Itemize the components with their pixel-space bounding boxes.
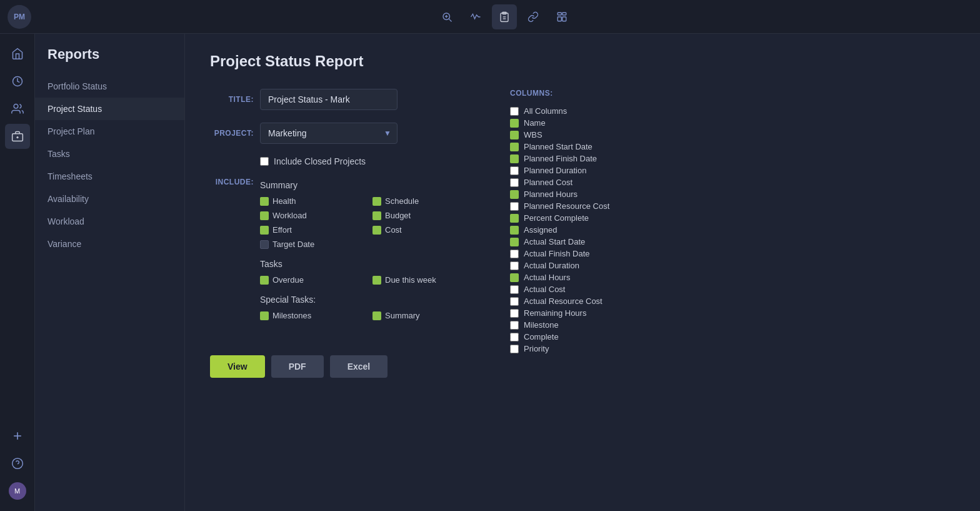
sidebar-title: Reports xyxy=(35,46,184,75)
col-actual-resource-cost: Actual Resource Cost xyxy=(510,295,945,307)
col-priority-checkbox[interactable] xyxy=(510,345,519,353)
health-checkbox[interactable] xyxy=(260,197,269,206)
activity-icon[interactable] xyxy=(463,4,488,29)
col-remaining-hours: Remaining Hours xyxy=(510,307,945,319)
excel-button[interactable]: Excel xyxy=(330,355,388,378)
columns-scroll-container[interactable]: All Columns Name WBS Plann xyxy=(510,105,955,355)
left-nav: M xyxy=(0,34,35,511)
col-wbs-checkbox[interactable] xyxy=(510,131,519,139)
briefcase-nav-icon[interactable] xyxy=(5,124,30,149)
summary-grid: Health Schedule Workload xyxy=(260,196,472,249)
col-name-checkbox[interactable] xyxy=(510,119,519,128)
search-zoom-icon[interactable] xyxy=(434,4,459,29)
home-nav-icon[interactable] xyxy=(5,41,30,66)
svg-rect-8 xyxy=(558,13,561,15)
col-planned-cost-checkbox[interactable] xyxy=(510,178,519,187)
col-planned-hours-checkbox[interactable] xyxy=(510,190,519,199)
view-button[interactable]: View xyxy=(210,355,265,378)
col-actual-hours: Actual Hours xyxy=(510,271,945,283)
col-complete-label: Complete xyxy=(524,332,559,342)
col-assigned-checkbox[interactable] xyxy=(510,226,519,235)
sidebar-item-variance[interactable]: Variance xyxy=(35,233,184,255)
app-logo[interactable]: PM xyxy=(8,5,31,29)
workload-item: Workload xyxy=(260,211,360,220)
col-wbs: WBS xyxy=(510,129,945,141)
tasks-group-title: Tasks xyxy=(260,259,472,269)
col-actual-duration-checkbox[interactable] xyxy=(510,261,519,270)
pdf-button[interactable]: PDF xyxy=(271,355,324,378)
summary-special-item: Summary xyxy=(372,311,472,320)
clock-nav-icon[interactable] xyxy=(5,69,30,94)
col-name: Name xyxy=(510,117,945,129)
sidebar-item-timesheets[interactable]: Timesheets xyxy=(35,165,184,188)
include-closed-label[interactable]: Include Closed Projects xyxy=(274,156,366,166)
layout-icon[interactable] xyxy=(549,4,574,29)
summary-special-label: Summary xyxy=(385,311,420,320)
col-actual-hours-label: Actual Hours xyxy=(524,273,570,282)
col-milestone: Milestone xyxy=(510,319,945,331)
overdue-label: Overdue xyxy=(272,275,304,285)
schedule-item: Schedule xyxy=(372,196,472,206)
include-row-wrapper: INCLUDE: Summary Health xyxy=(210,176,472,330)
col-actual-finish-checkbox[interactable] xyxy=(510,250,519,258)
col-planned-start-checkbox[interactable] xyxy=(510,143,519,151)
svg-rect-9 xyxy=(562,13,566,15)
health-label: Health xyxy=(272,196,296,206)
include-content: Summary Health Schedule xyxy=(260,176,472,330)
due-this-week-checkbox[interactable] xyxy=(372,276,381,285)
summary-special-checkbox[interactable] xyxy=(372,311,381,320)
col-actual-start-checkbox[interactable] xyxy=(510,238,519,246)
include-closed-checkbox[interactable] xyxy=(260,157,269,166)
col-complete-checkbox[interactable] xyxy=(510,333,519,342)
sidebar-item-workload[interactable]: Workload xyxy=(35,210,184,233)
health-item: Health xyxy=(260,196,360,206)
title-label: TITLE: xyxy=(210,89,254,104)
col-actual-start: Actual Start Date xyxy=(510,236,945,248)
col-actual-start-label: Actual Start Date xyxy=(524,237,585,246)
col-remaining-hours-checkbox[interactable] xyxy=(510,309,519,318)
col-planned-duration-checkbox[interactable] xyxy=(510,166,519,175)
target-date-checkbox[interactable] xyxy=(260,240,269,249)
clipboard-icon[interactable] xyxy=(492,4,517,29)
col-actual-cost-checkbox[interactable] xyxy=(510,285,519,294)
schedule-checkbox[interactable] xyxy=(372,197,381,206)
cost-checkbox[interactable] xyxy=(372,226,381,235)
col-all-columns-checkbox[interactable] xyxy=(510,107,519,116)
sidebar-item-availability[interactable]: Availability xyxy=(35,188,184,210)
effort-checkbox[interactable] xyxy=(260,226,269,235)
title-input[interactable] xyxy=(260,89,398,110)
col-assigned: Assigned xyxy=(510,224,945,236)
col-planned-finish-checkbox[interactable] xyxy=(510,154,519,163)
col-percent-complete-checkbox[interactable] xyxy=(510,214,519,223)
toolbar-icons xyxy=(434,4,574,29)
col-actual-resource-cost-checkbox[interactable] xyxy=(510,297,519,306)
col-planned-hours-label: Planned Hours xyxy=(524,190,578,199)
link-icon[interactable] xyxy=(521,4,546,29)
col-wbs-label: WBS xyxy=(524,130,542,139)
svg-point-13 xyxy=(14,104,18,109)
sidebar-item-project-status[interactable]: Project Status xyxy=(35,98,184,120)
budget-item: Budget xyxy=(372,211,472,220)
col-actual-hours-checkbox[interactable] xyxy=(510,273,519,282)
workload-checkbox[interactable] xyxy=(260,211,269,220)
effort-item: Effort xyxy=(260,225,360,235)
col-milestone-checkbox[interactable] xyxy=(510,321,519,330)
user-avatar-nav[interactable]: M xyxy=(5,478,30,503)
col-planned-finish-label: Planned Finish Date xyxy=(524,154,597,163)
col-complete: Complete xyxy=(510,331,945,343)
project-select[interactable]: Marketing Sales Development HR xyxy=(260,123,398,144)
users-nav-icon[interactable] xyxy=(5,96,30,121)
sidebar-item-portfolio-status[interactable]: Portfolio Status xyxy=(35,75,184,98)
milestones-checkbox[interactable] xyxy=(260,311,269,320)
add-nav-icon[interactable] xyxy=(5,423,30,448)
help-nav-icon[interactable] xyxy=(5,451,30,476)
milestones-label: Milestones xyxy=(272,311,311,320)
budget-checkbox[interactable] xyxy=(372,211,381,220)
overdue-checkbox[interactable] xyxy=(260,276,269,285)
special-tasks-group-title: Special Tasks: xyxy=(260,295,472,305)
sidebar-item-tasks[interactable]: Tasks xyxy=(35,143,184,165)
sidebar-item-project-plan[interactable]: Project Plan xyxy=(35,120,184,143)
col-planned-resource-cost-checkbox[interactable] xyxy=(510,202,519,211)
col-actual-resource-cost-label: Actual Resource Cost xyxy=(524,296,602,306)
col-planned-cost-label: Planned Cost xyxy=(524,178,572,187)
